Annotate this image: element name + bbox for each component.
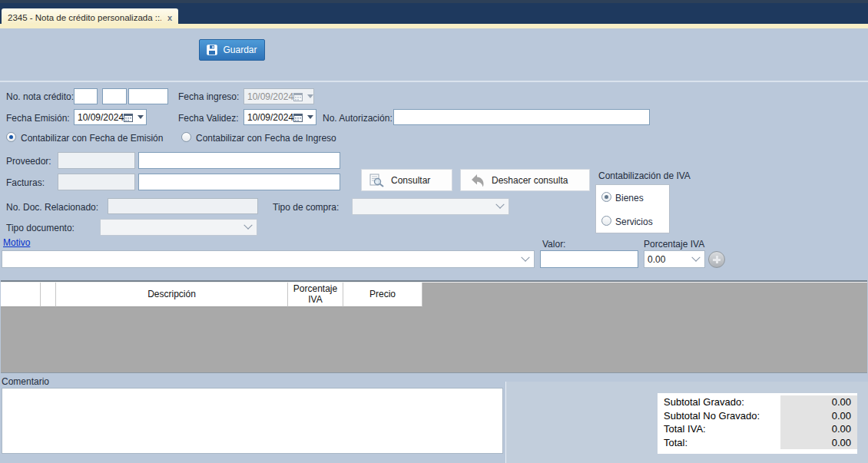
tab-title: 2345 - Nota de crédito personalizada ::. (8, 13, 161, 22)
motivo-select[interactable] (2, 250, 535, 268)
no-nota-credito-label: No. nota crédito: (6, 91, 74, 102)
proveedor-label: Proveedor: (6, 156, 51, 167)
fecha-validez-value: 10/09/2024 (247, 112, 293, 123)
valor-label: Valor: (542, 239, 565, 250)
total-label: Total: (658, 437, 780, 448)
radio-contabilizar-emision-label[interactable]: Contabilizar con Fecha de Emisión (21, 133, 163, 144)
deshacer-consulta-button[interactable]: Deshacer consulta (460, 169, 590, 191)
comentario-label: Comentario (2, 376, 49, 387)
proveedor-nombre-input[interactable] (138, 152, 340, 169)
no-doc-relacionado-input (108, 198, 258, 214)
calendar-icon (293, 113, 303, 122)
total-row-subtotal-gravado: Subtotal Gravado: 0.00 (658, 395, 857, 409)
facturas-label: Facturas: (6, 177, 45, 188)
proveedor-codigo-input (58, 152, 135, 169)
fecha-emision-value: 10/09/2024 (78, 112, 124, 123)
fecha-emision-datepicker[interactable]: 10/09/2024 (74, 109, 147, 125)
radio-iva-servicios[interactable] (601, 216, 611, 226)
radio-contabilizar-emision[interactable] (6, 132, 16, 142)
porcentaje-iva-label: Porcentaje IVA (644, 239, 704, 250)
fecha-ingreso-value: 10/09/2024 (247, 91, 293, 102)
grid-col-descripcion: Descripción (56, 283, 288, 307)
grid-col-precio: Precio (343, 283, 422, 307)
tab-bar: 2345 - Nota de crédito personalizada ::.… (0, 3, 868, 24)
no-autorizacion-input[interactable] (393, 109, 650, 125)
total-value: 0.00 (780, 395, 857, 409)
grid-col-rowselector (1, 283, 41, 307)
grid-col-porcentaje-iva: Porcentaje IVA (288, 283, 343, 307)
total-row-subtotal-no-gravado: Subtotal No Gravado: 0.00 (658, 409, 857, 423)
total-value: 0.00 (780, 436, 857, 450)
motivo-link[interactable]: Motivo (3, 237, 30, 248)
consultar-button[interactable]: Consultar (361, 169, 452, 191)
porcentaje-iva-select[interactable]: 0.00 (644, 250, 705, 268)
total-row-total-iva: Total IVA: 0.00 (658, 422, 857, 436)
total-row-total: Total: 0.00 (658, 436, 857, 450)
total-label: Total IVA: (658, 423, 780, 435)
items-grid[interactable]: Descripción Porcentaje IVA Precio (1, 280, 867, 373)
no-doc-relacionado-label: No. Doc. Relacionado: (6, 202, 98, 213)
grid-col-blank (41, 283, 56, 307)
tipo-documento-label: Tipo documento: (6, 223, 75, 233)
fecha-emision-label: Fecha Emisión: (6, 113, 70, 124)
chevron-down-icon[interactable] (307, 115, 313, 119)
document-magnifier-icon (369, 174, 385, 187)
totals-panel: Subtotal Gravado: 0.00 Subtotal No Grava… (505, 382, 868, 463)
chevron-down-icon (307, 94, 313, 98)
total-value: 0.00 (780, 409, 857, 423)
facturas-numero-input[interactable] (138, 174, 340, 190)
radio-contabilizar-ingreso-label[interactable]: Contabilizar con Fecha de Ingreso (196, 133, 336, 144)
iva-group-label: Contabilización de IVA (598, 170, 691, 181)
chevron-down-icon[interactable] (137, 115, 144, 119)
save-button[interactable]: Guardar (199, 39, 265, 61)
items-grid-header: Descripción Porcentaje IVA Precio (1, 282, 867, 307)
undo-arrow-icon (469, 174, 485, 187)
tipo-documento-select[interactable] (100, 219, 257, 236)
consultar-button-label: Consultar (391, 175, 430, 186)
radio-iva-bienes-label[interactable]: Bienes (615, 193, 644, 203)
total-label: Subtotal No Gravado: (658, 410, 780, 422)
radio-iva-bienes[interactable] (601, 192, 611, 202)
totals-box: Subtotal Gravado: 0.00 Subtotal No Grava… (658, 393, 857, 454)
no-autorizacion-label: No. Autorización: (323, 113, 393, 124)
tipo-compra-label: Tipo de compra: (273, 202, 339, 213)
tab-accent-strip (0, 24, 868, 28)
nota-credito-numero-input[interactable] (128, 88, 168, 104)
fecha-validez-label: Fecha Validez: (178, 113, 239, 124)
nota-credito-serie1-input[interactable] (74, 88, 98, 104)
valor-input[interactable] (540, 250, 638, 268)
close-icon[interactable]: x (167, 13, 172, 22)
comentario-textarea[interactable] (2, 388, 503, 454)
app-window: 2345 - Nota de crédito personalizada ::.… (0, 0, 868, 463)
fecha-ingreso-label: Fecha ingreso: (178, 91, 239, 102)
tipo-compra-select[interactable] (352, 198, 509, 215)
chevron-down-icon (521, 253, 529, 261)
facturas-codigo-input (58, 174, 135, 190)
radio-contabilizar-ingreso[interactable] (181, 132, 191, 142)
add-line-button[interactable] (708, 251, 725, 268)
porcentaje-iva-value: 0.00 (648, 254, 693, 265)
chevron-down-icon (691, 253, 700, 261)
save-button-label: Guardar (223, 45, 257, 55)
calendar-icon (124, 113, 133, 122)
chevron-down-icon (244, 221, 252, 230)
total-label: Subtotal Gravado: (658, 396, 780, 408)
nota-credito-serie2-input[interactable] (102, 88, 127, 104)
floppy-disk-icon (207, 45, 217, 55)
calendar-icon (293, 92, 303, 101)
chevron-down-icon (495, 200, 504, 209)
radio-iva-servicios-label[interactable]: Servicios (615, 217, 653, 227)
deshacer-consulta-button-label: Deshacer consulta (492, 175, 568, 186)
total-value: 0.00 (780, 422, 857, 436)
fecha-validez-datepicker[interactable]: 10/09/2024 (244, 109, 316, 125)
toolbar-divider (0, 81, 868, 82)
fecha-ingreso-datepicker: 10/09/2024 (244, 88, 314, 104)
